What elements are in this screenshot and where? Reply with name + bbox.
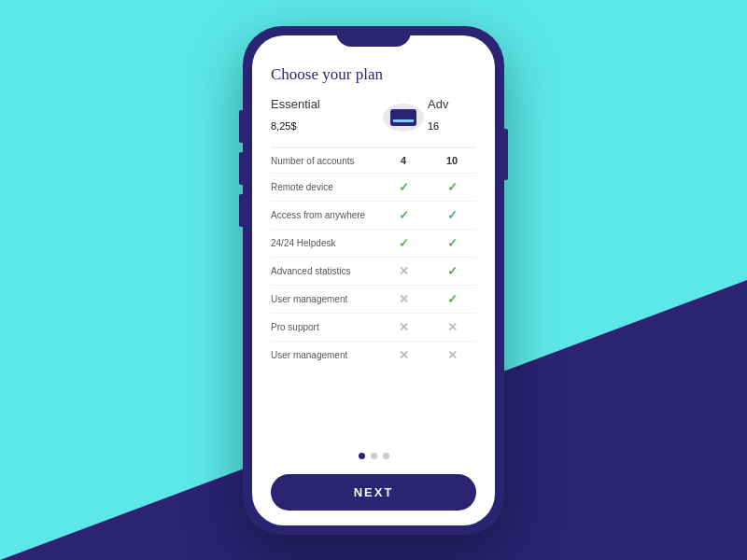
feature-row: Pro support✕✕: [271, 313, 476, 341]
feature-row: Remote device✓✓: [271, 173, 476, 201]
advanced-value: ✓: [428, 236, 476, 250]
advanced-plan-info: Adv 16: [428, 97, 476, 135]
advanced-plan-price: 16: [428, 111, 439, 135]
essential-value: ✕: [379, 348, 428, 362]
cross-icon: ✕: [399, 320, 409, 334]
check-icon: ✓: [447, 264, 458, 278]
essential-value: ✓: [379, 208, 428, 222]
advanced-value: ✕: [428, 348, 476, 362]
feature-label: User management: [271, 294, 379, 304]
card-badge: [383, 104, 424, 132]
features-table: Number of accounts410Remote device✓✓Acce…: [271, 147, 476, 428]
advanced-value: ✓: [428, 208, 476, 222]
essential-plan-price: 8,25$: [271, 111, 379, 135]
check-icon: ✓: [447, 292, 458, 306]
check-icon: ✓: [447, 236, 458, 250]
page-title: Choose your plan: [271, 65, 476, 84]
check-icon: ✓: [447, 180, 458, 194]
card-icon: [390, 109, 416, 126]
essential-value: ✕: [379, 292, 428, 306]
essential-plan-name: Essential: [271, 97, 379, 111]
check-icon: ✓: [399, 236, 409, 250]
cross-icon: ✕: [399, 264, 409, 278]
cross-icon: ✕: [399, 292, 409, 306]
feature-label: User management: [271, 350, 379, 360]
advanced-value: ✕: [428, 320, 476, 334]
advanced-value: ✓: [428, 292, 476, 306]
feature-label: 24/24 Helpdesk: [271, 238, 379, 248]
check-icon: ✓: [447, 208, 458, 222]
feature-label: Number of accounts: [271, 156, 379, 166]
feature-row: User management✕✓: [271, 285, 476, 313]
feature-row: User management✕✕: [271, 341, 476, 369]
next-button-area: NEXT: [252, 467, 495, 525]
feature-label: Access from anywhere: [271, 210, 379, 220]
phone-screen: Choose your plan Essential 8,25$ Adv: [252, 35, 495, 525]
feature-row: 24/24 Helpdesk✓✓: [271, 229, 476, 257]
screen-content: Choose your plan Essential 8,25$ Adv: [252, 35, 495, 443]
pagination-dot[interactable]: [371, 453, 377, 459]
feature-label: Pro support: [271, 322, 379, 332]
essential-value: 4: [379, 155, 428, 166]
feature-row: Advanced statistics✕✓: [271, 257, 476, 285]
pagination-dots: [252, 443, 495, 467]
plan-header: Essential 8,25$ Adv 16: [271, 97, 476, 135]
next-button[interactable]: NEXT: [271, 474, 476, 511]
essential-plan-badge: [379, 104, 428, 135]
essential-value: ✓: [379, 180, 428, 194]
cross-icon: ✕: [399, 348, 409, 362]
advanced-value: ✓: [428, 180, 476, 194]
essential-plan-info: Essential 8,25$: [271, 97, 379, 135]
phone-notch: [336, 26, 411, 47]
feature-label: Remote device: [271, 182, 379, 192]
advanced-value: 10: [428, 155, 476, 166]
advanced-value: ✓: [428, 264, 476, 278]
feature-row: Number of accounts410: [271, 147, 476, 173]
check-icon: ✓: [399, 208, 409, 222]
feature-row: Access from anywhere✓✓: [271, 201, 476, 229]
pagination-dot[interactable]: [383, 453, 389, 459]
essential-value: ✕: [379, 320, 428, 334]
pagination-dot[interactable]: [359, 453, 365, 459]
cross-icon: ✕: [447, 320, 458, 334]
feature-label: Advanced statistics: [271, 266, 379, 276]
cross-icon: ✕: [447, 348, 458, 362]
check-icon: ✓: [399, 180, 409, 194]
phone-device: Choose your plan Essential 8,25$ Adv: [243, 26, 504, 535]
essential-value: ✕: [379, 264, 428, 278]
advanced-plan-name: Adv: [428, 97, 448, 111]
essential-value: ✓: [379, 236, 428, 250]
